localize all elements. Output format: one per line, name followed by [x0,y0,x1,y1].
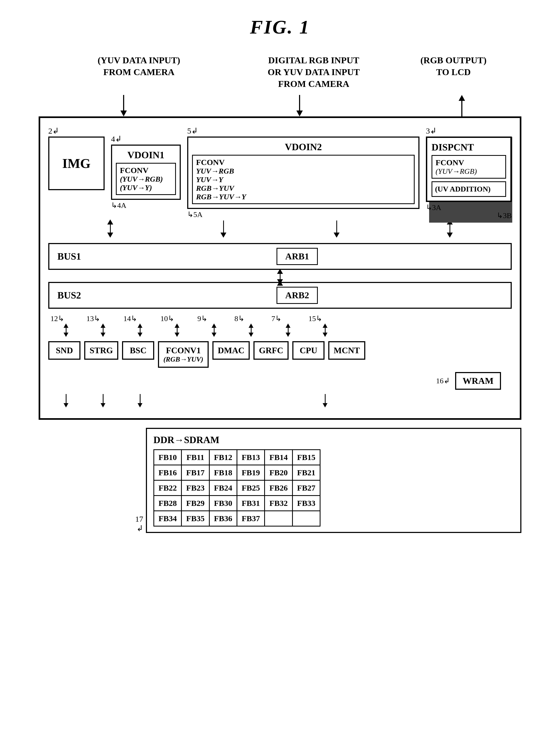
fb-cell: FB16 [154,465,181,480]
snd-module: SND [48,341,81,360]
dispcnt-ref: 3↲ [426,126,512,135]
strg-module: STRG [84,341,118,360]
dispcnt-area: 3↲ DISPCNT FCONV (YUV→RGB) (UV ADDITION)… [426,126,512,212]
vdoin1-bus-arrow [220,220,226,238]
fb-cell: FB22 [154,480,181,495]
bottom-modules-row: SND STRG BSC FCONV1 (RGB→YUV) DMAC GRFC … [48,341,512,368]
bus1-row: BUS1 ARB1 [48,243,512,270]
fb-cell: FB19 [237,465,265,480]
img-bus-arrow [107,219,113,238]
vdoin2-fconv: FCONV YUV→RGBYUV→YRGB→YUVRGB→YUV→Y [192,155,415,204]
dmac-module: DMAC [212,341,250,360]
fb-cell: FB18 [209,465,237,480]
fb-cell: FB13 [237,449,265,465]
fb-cell: FB21 [292,465,320,480]
vdoin2-module: VDOIN2 FCONV YUV→RGBYUV→YRGB→YUVRGB→YUV→… [187,136,420,209]
fb-cell: FB23 [181,480,209,495]
bus2-arrows-row [48,323,512,336]
fb-cell: FB17 [181,465,209,480]
fb-cell: FB26 [265,480,292,495]
dispcnt-fconv: FCONV (YUV→RGB) [432,155,506,179]
fb-cell: FB29 [181,495,209,511]
arb1-box: ARB1 [276,248,318,265]
yuv-input-label: (YUV DATA INPUT)FROM CAMERA [98,54,180,92]
fb-cell: FB20 [265,465,292,480]
bottom-refs-row: 12↳ 13↳ 14↳ 10↳ 9↳ 8↳ 7↳ 15↳ [48,314,512,323]
fb-cell: FB12 [209,449,237,465]
fb-cell: FB15 [292,449,320,465]
wram-row: 16↲ WRAM [48,372,512,390]
fb-cell: FB35 [181,511,209,526]
ddr-title: DDR→SDRAM [154,434,514,445]
fb-cell: FB31 [237,495,265,511]
arb2-box: ARB2 [276,287,318,304]
rgb-output-arrow [459,95,465,117]
main-box: 2↲ IMG 4↲ VDOIN1 FCONV (YUV→RGB)(YUV→Y) … [39,117,521,420]
dispcnt-ref-sub: ↳3A [426,203,512,212]
yuv-arrow [120,95,127,117]
wram-ref: 16↲ [436,376,450,385]
page-title: FIG. 1 [250,16,310,38]
fb-cell: FB24 [209,480,237,495]
fb-cell: FB10 [154,449,181,465]
bsc-module: BSC [122,341,154,360]
ddr-section: 17↲ DDR→SDRAM FB10FB11FB12FB13FB14FB15FB… [39,428,521,533]
dispcnt-ref-extra: ↳3B [497,211,512,220]
bottom-to-ddr-arrows [48,394,512,410]
mcnt-module: MCNT [328,341,365,360]
grfc-module: GRFC [253,341,289,360]
cpu-module: CPU [292,341,325,360]
vdoin1-fconv: FCONV (YUV→RGB)(YUV→Y) [116,163,176,195]
fb-cell: FB28 [154,495,181,511]
img-module: IMG [48,136,104,190]
digital-rgb-label: DIGITAL RGB INPUTOR YUV DATA INPUTFROM C… [268,54,360,92]
diagram-area: FIG. 1 (YUV DATA INPUT)FROM CAMERA DIGIT… [21,16,539,533]
vdoin2-bus-arrow [334,220,340,238]
vdoin2-ref: 5↲ [187,126,198,135]
bus2-row: BUS2 ARB2 [48,282,512,309]
fb-cell: FB33 [292,495,320,511]
fb-grid: FB10FB11FB12FB13FB14FB15FB16FB17FB18FB19… [154,449,320,527]
digital-rgb-arrow [296,95,303,117]
dispcnt-uv-addition: (UV ADDITION) [432,181,506,197]
fconv1-module: FCONV1 (RGB→YUV) [158,341,209,368]
ddr-box: DDR→SDRAM FB10FB11FB12FB13FB14FB15FB16FB… [146,428,521,533]
fb-cell: FB30 [209,495,237,511]
fb-cell: FB37 [237,511,265,526]
fb-cell: FB14 [265,449,292,465]
fb-cell: FB32 [265,495,292,511]
fb-cell: FB25 [237,480,265,495]
dispcnt-module: DISPCNT FCONV (YUV→RGB) (UV ADDITION) [426,136,512,202]
fb-cell: FB36 [209,511,237,526]
vdoin1-module: VDOIN1 FCONV (YUV→RGB)(YUV→Y) [111,144,181,200]
vdoin1-ref: 4↲ [111,134,122,143]
img-ref: 2↲ [48,126,59,135]
fb-cell: FB11 [181,449,209,465]
fb-cell [265,511,292,526]
ddr-ref-label: 17↲ [39,428,146,533]
wram-module: WRAM [455,372,501,390]
vdoin1-ref-sub: ↳4A [111,201,126,210]
fb-cell: FB27 [292,480,320,495]
fb-cell [292,511,320,526]
vdoin2-ref-sub: ↳5A [187,210,203,219]
rgb-output-label: (RGB OUTPUT)TO LCD [421,54,487,92]
fb-cell: FB34 [154,511,181,526]
